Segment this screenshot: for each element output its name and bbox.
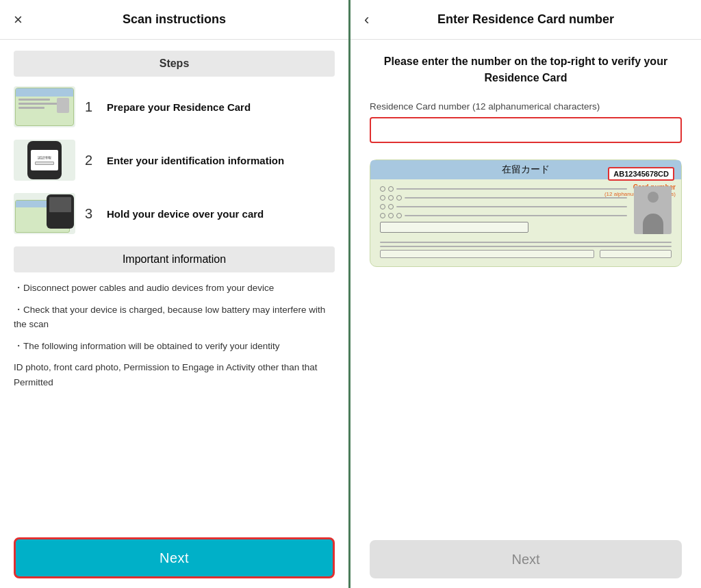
- step-2-number: 2: [85, 153, 97, 168]
- important-extra: ID photo, front card photo, Permission t…: [14, 360, 335, 389]
- field-label: Residence Card number (12 alphanumerical…: [370, 101, 682, 112]
- important-label: Important information: [123, 253, 226, 265]
- card-illustration: [15, 88, 74, 126]
- steps-label: Steps: [160, 57, 190, 69]
- important-bullet-1: ・Disconnect power cables and audio devic…: [14, 281, 335, 296]
- rc-number-badge: AB12345678CD: [608, 167, 674, 181]
- step-1-number: 1: [85, 99, 97, 115]
- card-number-input-group[interactable]: [370, 117, 682, 143]
- rc-fields: [380, 186, 627, 236]
- step-1-text: Prepare your Residence Card: [107, 100, 251, 114]
- important-bullet-3: ・The following information will be obtai…: [14, 339, 335, 354]
- step-3-text: Hold your device over your card: [107, 207, 264, 221]
- rc-header-text: 在留カード: [502, 164, 550, 176]
- card-number-input-2[interactable]: [531, 124, 668, 136]
- step-1: 1 Prepare your Residence Card: [14, 86, 335, 127]
- left-next-button[interactable]: Next: [14, 537, 335, 578]
- step-2-text: Enter your identification information: [107, 153, 284, 168]
- card-number-input-3[interactable]: [685, 124, 701, 136]
- step-3-thumb: [14, 193, 75, 234]
- right-next-button[interactable]: Next: [370, 540, 682, 578]
- right-header: ‹ Enter Residence Card number: [350, 0, 701, 40]
- residence-card-illustration: 在留カード AB12345678CD Card number (12 alpha…: [370, 159, 682, 267]
- step-2: 認証情報 2 Enter your identification informa…: [14, 140, 335, 181]
- left-footer: Next: [0, 528, 348, 588]
- rc-bottom-lines: [380, 242, 672, 258]
- card-number-input-1[interactable]: [378, 124, 515, 136]
- important-bullet-2: ・Check that your device is charged, beca…: [14, 303, 335, 332]
- right-content: Please enter the number on the top-right…: [350, 40, 701, 531]
- back-icon[interactable]: ‹: [364, 11, 369, 29]
- right-subtitle: Please enter the number on the top-right…: [370, 53, 682, 86]
- left-content: Steps 1 Prepare your Residence Card: [0, 40, 348, 528]
- close-icon[interactable]: ×: [14, 11, 23, 29]
- step-2-thumb: 認証情報: [14, 140, 75, 181]
- phone-over-card: [15, 194, 74, 233]
- steps-section-header: Steps: [14, 51, 335, 77]
- step-3: 3 Hold your device over your card: [14, 193, 335, 234]
- right-footer: Next: [350, 531, 701, 588]
- step-1-thumb: [14, 86, 75, 127]
- left-header: × Scan instructions: [0, 0, 348, 40]
- left-panel: × Scan instructions Steps 1 Prepar: [0, 0, 350, 588]
- phone-illustration-2: 認証情報: [27, 141, 62, 179]
- left-title: Scan instructions: [123, 12, 226, 27]
- rc-photo: [634, 186, 672, 234]
- important-section-header: Important information: [14, 246, 335, 272]
- right-panel: ‹ Enter Residence Card number Please ent…: [350, 0, 701, 588]
- rc-number-text: AB12345678CD: [613, 170, 669, 178]
- step-3-number: 3: [85, 206, 97, 222]
- right-title: Enter Residence Card number: [437, 12, 614, 27]
- phone-screen: 認証情報: [31, 150, 58, 170]
